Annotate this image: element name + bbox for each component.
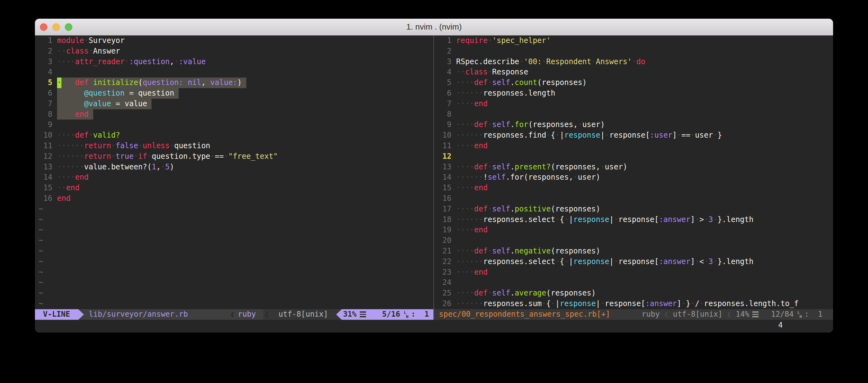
code-line[interactable]: 2··class·Answer: [35, 46, 433, 57]
whitespace-dot: ·: [564, 215, 569, 224]
whitespace-dot: ····: [57, 110, 75, 119]
code-line[interactable]: 5····def·self.count(responses): [434, 77, 833, 88]
code-line[interactable]: 10······responses.find·{·|response|·resp…: [434, 130, 833, 141]
column-number: 1: [425, 309, 429, 320]
code-line[interactable]: 7····end: [434, 99, 833, 109]
code-line[interactable]: 2: [434, 46, 833, 57]
terminal-window: 1. nvim . (nvim) 1module·Surveyor2··clas…: [35, 19, 833, 333]
whitespace-dot: ·: [704, 257, 708, 266]
code-line[interactable]: 16: [434, 194, 833, 204]
powerline-arrow-icon: [336, 309, 342, 320]
code-area-right[interactable]: 1require·'spec_helper'23RSpec.describe·'…: [434, 35, 833, 309]
whitespace-dot: ·: [713, 257, 717, 266]
whitespace-dot: ·: [704, 215, 708, 224]
code-line[interactable]: 14····end: [35, 172, 433, 183]
whitespace-dot: ·: [614, 257, 618, 266]
whitespace-dot: ·: [84, 36, 89, 45]
whitespace-dot: ······: [456, 173, 483, 181]
line-number: 20: [434, 235, 452, 246]
code-line[interactable]: 22······responses.select·{·|response|·re…: [434, 256, 833, 267]
code-line[interactable]: 5····def·initialize(question:·nil,·value…: [35, 77, 433, 88]
code-line[interactable]: 23····end: [434, 267, 833, 278]
code-line[interactable]: 11······return·false·unless·question: [35, 141, 433, 151]
code-line[interactable]: 26······responses.sum·{·|response|·respo…: [434, 299, 833, 309]
code-line[interactable]: 8····end·: [35, 109, 433, 120]
whitespace-dot: ·: [488, 120, 492, 129]
code-line[interactable]: 8: [434, 109, 833, 120]
code-line[interactable]: 18······responses.select·{·|response|·re…: [434, 214, 833, 225]
scroll-percent: 14%: [736, 309, 749, 320]
tilde-marker: ~: [35, 267, 43, 278]
whitespace-dot: ·: [713, 215, 717, 224]
line-position: 5/16: [382, 309, 400, 320]
minimize-button[interactable]: [52, 23, 60, 31]
line-number: 16: [35, 194, 52, 204]
line-number: 12: [35, 151, 52, 162]
code-line[interactable]: 3····attr_reader·:question,·:value: [35, 57, 433, 67]
code-line[interactable]: 19····end: [434, 225, 833, 235]
code-line[interactable]: 4··class·Response: [434, 67, 833, 77]
tilde-marker: ~: [35, 214, 43, 225]
tilde-marker: ~: [35, 299, 43, 309]
line-number: 6: [434, 88, 452, 99]
line-number-icon: LN: [797, 310, 802, 318]
code-line[interactable]: 15····end: [434, 183, 833, 194]
whitespace-dot: ·: [134, 89, 138, 98]
whitespace-dot: ·: [134, 152, 138, 161]
close-button[interactable]: [40, 23, 48, 31]
code-line[interactable]: 12······return·true·if·question.type·==·…: [35, 151, 433, 162]
tilde-marker: ~: [35, 246, 43, 256]
code-line[interactable]: 9: [35, 119, 433, 130]
zoom-button[interactable]: [65, 23, 72, 31]
whitespace-dot: ·: [695, 215, 699, 224]
pending-command-count: 4: [778, 320, 782, 330]
code-line[interactable]: 15··end: [35, 183, 433, 194]
code-line[interactable]: 14······!self.for(responses,·user): [434, 172, 833, 183]
whitespace-dot: ···: [61, 78, 75, 87]
code-line[interactable]: 17····def·self.positive(responses): [434, 204, 833, 214]
code-line[interactable]: 1require·'spec_helper': [434, 35, 833, 46]
code-line[interactable]: 6······responses.length: [434, 88, 833, 99]
code-line[interactable]: 3RSpec.describe·'00:·Respondent·Answers'…: [434, 57, 833, 67]
code-line[interactable]: 16end: [35, 194, 433, 204]
whitespace-dot: ·: [695, 257, 699, 266]
code-area-left[interactable]: 1module·Surveyor2··class·Answer3····attr…: [35, 35, 433, 309]
code-line[interactable]: 24: [434, 277, 833, 288]
empty-line: ~: [35, 288, 433, 299]
code-line[interactable]: 21····def·self.negative(responses): [434, 246, 833, 256]
whitespace-dot: ·: [542, 57, 546, 66]
line-number: 12: [434, 151, 452, 162]
whitespace-dot: ·: [677, 131, 681, 139]
line-number: 26: [434, 299, 452, 309]
code-line[interactable]: 10····def·valid?: [35, 130, 433, 141]
code-line[interactable]: 13····def·self.present?(responses,·user): [434, 162, 833, 173]
file-path: lib/surveyor/answer.rb: [84, 309, 229, 320]
code-line[interactable]: 4: [35, 67, 433, 77]
whitespace-dot: ····: [456, 78, 474, 87]
titlebar[interactable]: 1. nvim . (nvim): [35, 19, 833, 35]
code-line[interactable]: 20: [434, 235, 833, 246]
line-number: 14: [35, 172, 52, 183]
code-line[interactable]: 7······@value·=·value·: [35, 99, 433, 109]
editor-pane-left: 1module·Surveyor2··class·Answer3····attr…: [35, 35, 433, 320]
line-number: 7: [35, 99, 52, 109]
line-number: 19: [434, 225, 452, 235]
code-line[interactable]: 1module·Surveyor: [35, 35, 433, 46]
whitespace-dot: ·: [125, 57, 129, 66]
code-line[interactable]: 9····def·self.for(responses,·user): [434, 119, 833, 130]
code-line[interactable]: 12: [434, 151, 833, 162]
whitespace-dot: ·: [519, 57, 524, 66]
whitespace-dot: ·: [555, 215, 560, 224]
whitespace-dot: ··: [57, 183, 66, 192]
code-line[interactable]: 25····def·self.average(responses): [434, 288, 833, 299]
line-number: 15: [35, 183, 52, 194]
code-line[interactable]: 6······@question·=·question·: [35, 88, 433, 99]
tilde-marker: ~: [35, 235, 43, 246]
code-line[interactable]: 11····end: [434, 141, 833, 151]
whitespace-dot: ·: [89, 47, 93, 56]
whitespace-dot: ····: [456, 120, 474, 129]
line-number: 13: [35, 162, 52, 173]
whitespace-dot: ·: [488, 36, 492, 45]
line-number: 6: [35, 88, 52, 99]
code-line[interactable]: 13······value.between?(1,·5): [35, 162, 433, 173]
